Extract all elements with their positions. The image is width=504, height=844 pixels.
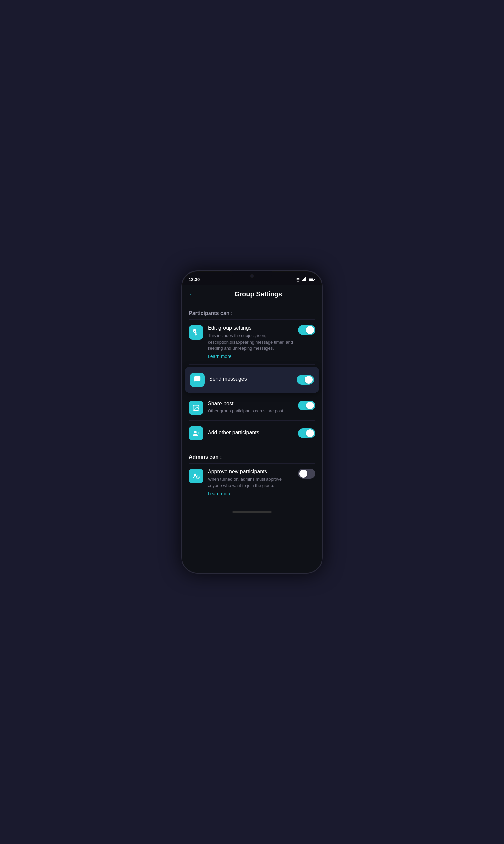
page-title: Group Settings: [201, 291, 315, 298]
camera: [250, 274, 254, 278]
share-post-text: Share post Other group participants can …: [208, 400, 295, 414]
svg-rect-7: [314, 279, 315, 280]
share-post-toggle[interactable]: [298, 400, 315, 411]
send-messages-title: Send messages: [209, 376, 293, 382]
back-button[interactable]: ←: [189, 290, 196, 298]
participants-section-header: Participants can :: [182, 304, 322, 320]
setting-row-edit-group: Edit group settings This includes the su…: [182, 320, 322, 364]
edit-group-text: Edit group settings This includes the su…: [208, 325, 295, 359]
top-bar: ← Group Settings: [182, 285, 322, 304]
approve-participants-learn-more[interactable]: Learn more: [208, 491, 295, 496]
add-participants-toggle[interactable]: [298, 428, 315, 438]
edit-group-toggle[interactable]: [298, 325, 315, 335]
wifi-icon: [295, 277, 301, 281]
signal-icon: [302, 277, 307, 281]
send-messages-text: Send messages: [209, 376, 293, 383]
svg-rect-1: [302, 279, 303, 281]
setting-row-send-messages: Send messages: [185, 367, 319, 393]
divider-2: [189, 364, 315, 365]
screen: ← Group Settings Participants can : Edit…: [182, 285, 322, 573]
svg-rect-2: [303, 279, 304, 281]
svg-point-11: [194, 431, 197, 433]
setting-row-add-participants: Add other participants: [182, 421, 322, 446]
edit-group-title: Edit group settings: [208, 325, 295, 331]
status-icons: [295, 277, 315, 281]
approve-participants-toggle[interactable]: [298, 469, 315, 479]
battery-icon: [309, 277, 315, 281]
add-participants-title: Add other participants: [208, 430, 295, 435]
key-icon: [192, 329, 200, 336]
svg-rect-4: [305, 277, 306, 281]
approve-participants-text: Approve new participants When turned on,…: [208, 469, 295, 496]
share-post-title: Share post: [208, 400, 295, 407]
edit-group-icon-box: [189, 325, 203, 340]
send-messages-toggle[interactable]: [297, 375, 314, 385]
message-icon: [194, 376, 201, 383]
svg-point-0: [298, 280, 299, 281]
notch: [232, 271, 272, 280]
svg-rect-3: [304, 278, 305, 281]
bottom-indicator: [232, 511, 272, 513]
share-post-icon-box: [189, 400, 203, 415]
svg-rect-6: [309, 279, 313, 280]
send-messages-icon-box: [190, 373, 204, 387]
approve-participants-title: Approve new participants: [208, 469, 295, 475]
admins-section-header: Admins can :: [182, 446, 322, 463]
add-person-icon: [192, 430, 200, 437]
person-clock-icon: [192, 472, 200, 480]
approve-participants-icon-box: [189, 469, 203, 483]
edit-group-learn-more[interactable]: Learn more: [208, 354, 295, 359]
setting-row-share-post: Share post Other group participants can …: [182, 395, 322, 420]
svg-point-10: [194, 406, 195, 407]
edit-group-desc: This includes the subject, icon, descrip…: [208, 332, 295, 352]
phone-frame: 12:30 ← Group: [181, 270, 323, 574]
status-time: 12:30: [189, 277, 200, 282]
setting-row-approve-participants: Approve new participants When turned on,…: [182, 464, 322, 501]
add-participants-text: Add other participants: [208, 430, 295, 437]
svg-point-12: [194, 473, 196, 476]
image-icon: [192, 404, 200, 411]
approve-participants-desc: When turned on, admins must approve anyo…: [208, 476, 295, 489]
add-participants-icon-box: [189, 426, 203, 441]
share-post-desc: Other group participants can share post: [208, 408, 295, 414]
